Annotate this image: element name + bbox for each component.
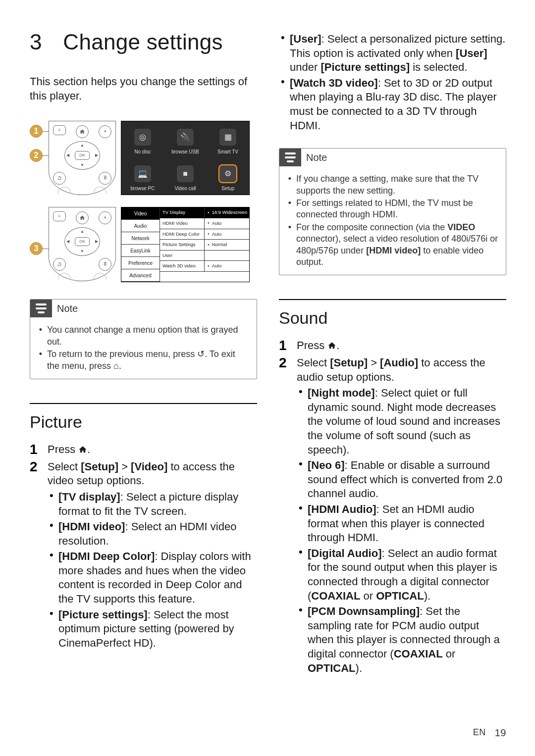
sidebar-item-preference: Preference	[121, 257, 160, 269]
left-column: 3 Change settings This section helps you…	[30, 28, 257, 678]
setting-value: 16:9 Widescreen	[205, 207, 249, 218]
step-2: Select [Setup] > [Video] to access the v…	[30, 460, 257, 651]
page-footer: EN 19	[473, 726, 506, 739]
popup-menu-button: ≡	[53, 211, 66, 221]
bullet-item: [Digital Audio]: Select an audio format …	[308, 547, 506, 603]
setting-value: Auto	[205, 218, 249, 229]
chapter-number: 3	[30, 28, 42, 56]
note-right-list: If you change a setting, make sure that …	[288, 173, 499, 268]
picture-bullets-continued: [User]: Select a personalized picture se…	[279, 31, 506, 134]
note-icon	[30, 300, 52, 317]
no-disc-icon: ◎	[134, 129, 151, 146]
right-column: [User]: Select a personalized picture se…	[279, 28, 506, 678]
setting-key: Picture Settings	[160, 240, 205, 250]
setting-value: Auto	[205, 229, 249, 240]
video-row: User	[160, 251, 249, 261]
note-label: Note	[57, 302, 78, 315]
option-name: [User]	[290, 33, 321, 45]
option-name: [Night mode]	[308, 387, 375, 399]
setting-key: TV Display	[160, 207, 205, 218]
ok-button: OK	[75, 237, 90, 246]
tile-label: Smart TV	[217, 149, 238, 155]
setting-key: User	[160, 251, 205, 261]
setting-value: Normal	[205, 240, 249, 250]
note-label: Note	[306, 151, 327, 164]
sidebar-item-advanced: Advanced	[121, 269, 160, 282]
setting-key: HDMI Video	[160, 218, 205, 229]
note-icon	[279, 149, 301, 166]
bullet-item: [TV display]: Select a picture display f…	[58, 490, 257, 518]
bullet-item: [HDMI Deep Color]: Display colors with m…	[58, 550, 257, 606]
sidebar-item-video: Video	[121, 207, 160, 220]
popup-menu-button: ≡	[53, 125, 66, 135]
options-button: ≣	[99, 258, 111, 271]
smart-tv-button: ✦	[99, 125, 111, 138]
setup-icon: ⚙	[219, 165, 236, 182]
smart-tv-icon: ▦	[219, 129, 236, 146]
step-1: Press .	[30, 443, 257, 457]
video-row: TV Display16:9 Widescreen	[160, 207, 249, 218]
section-rule	[30, 403, 257, 404]
remote-with-callout-3: 3 ≡ ✦ ▲▼ ◀▶ OK	[30, 207, 116, 281]
tile-label: No disc	[134, 149, 151, 155]
note-right: Note If you change a setting, make sure …	[279, 148, 506, 275]
smart-tv-button: ✦	[99, 211, 111, 224]
note-item: For settings related to HDMI, the TV mus…	[296, 198, 499, 221]
option-name: [HDMI Deep Color]	[58, 550, 155, 562]
setting-value: Auto	[205, 261, 249, 271]
options-button: ≣	[99, 172, 111, 185]
option-name: [HDMI Audio]	[308, 503, 376, 515]
video-row: HDMI Deep ColorAuto	[160, 229, 249, 240]
picture-steps: Press . Select [Setup] > [Video] to acce…	[30, 442, 257, 653]
video-row: HDMI VideoAuto	[160, 218, 249, 229]
figure-home-menu: 1 2 ≡ ✦ ▲▼	[30, 121, 257, 195]
tile-label: Video call	[174, 185, 196, 192]
back-button	[53, 172, 66, 185]
step-2: Select [Setup] > [Audio] to access the a…	[279, 356, 506, 675]
footer-lang: EN	[473, 727, 486, 738]
ok-button: OK	[75, 151, 90, 160]
remote-illustration: ≡ ✦ ▲▼ ◀▶ OK	[49, 121, 116, 195]
sound-bullets: [Night mode]: Select quiet or full dynam…	[297, 386, 506, 675]
home-tile-video-call: ■Video call	[164, 158, 207, 195]
home-menu-screenshot: ◎No disc🔌browse USB▦Smart TV💻browse PC■V…	[121, 121, 250, 195]
browse-pc-icon: 💻	[134, 165, 151, 182]
home-tile-smart-tv: ▦Smart TV	[207, 121, 249, 158]
chapter-heading: 3 Change settings	[30, 28, 257, 56]
home-tile-browse-pc: 💻browse PC	[121, 158, 164, 195]
option-name: [HDMI video]	[58, 520, 125, 533]
option-name: [PCM Downsampling]	[308, 605, 420, 617]
setting-key: HDMI Deep Color	[160, 229, 205, 240]
home-icon	[327, 341, 336, 350]
bullet-item: [Night mode]: Select quiet or full dynam…	[308, 386, 506, 457]
note-item: To return to the previous menu, press ↺.…	[47, 349, 250, 372]
sound-heading: Sound	[279, 307, 506, 329]
bullet-item: [HDMI Audio]: Set an HDMI audio format w…	[308, 503, 506, 545]
tile-label: Setup	[221, 185, 234, 192]
bullet-item: [Watch 3D video]: Set to 3D or 2D output…	[290, 76, 506, 133]
bullet-item: [Picture settings]: Select the most opti…	[58, 608, 257, 651]
home-tile-setup: ⚙Setup	[207, 158, 249, 195]
setting-value	[205, 251, 249, 261]
option-name: [Watch 3D video]	[290, 77, 378, 89]
sidebar-item-easylink: EasyLink	[121, 245, 160, 257]
setting-key: Watch 3D video	[160, 261, 205, 271]
option-name: [Neo 6]	[308, 459, 345, 471]
option-name: [Picture settings]	[58, 608, 148, 621]
picture-heading: Picture	[30, 411, 257, 433]
option-name: [Digital Audio]	[308, 547, 382, 559]
bullet-item: [PCM Downsampling]: Set the sampling rat…	[308, 605, 506, 675]
video-row: Picture SettingsNormal	[160, 240, 249, 251]
dpad: ▲▼ ◀▶ OK	[64, 227, 100, 256]
note-item: You cannot change a menu option that is …	[47, 324, 250, 348]
sidebar-item-audio: Audio	[121, 220, 160, 232]
tile-label: browse PC	[131, 185, 155, 192]
note-left-list: You cannot change a menu option that is …	[39, 324, 250, 372]
section-rule	[279, 299, 506, 300]
step-1: Press .	[279, 339, 506, 353]
bullet-item: [User]: Select a personalized picture se…	[290, 32, 506, 75]
option-name: [TV display]	[58, 491, 120, 503]
sound-steps: Press . Select [Setup] > [Audio] to acce…	[279, 338, 506, 678]
footer-page: 19	[495, 726, 506, 739]
home-button	[76, 211, 89, 224]
